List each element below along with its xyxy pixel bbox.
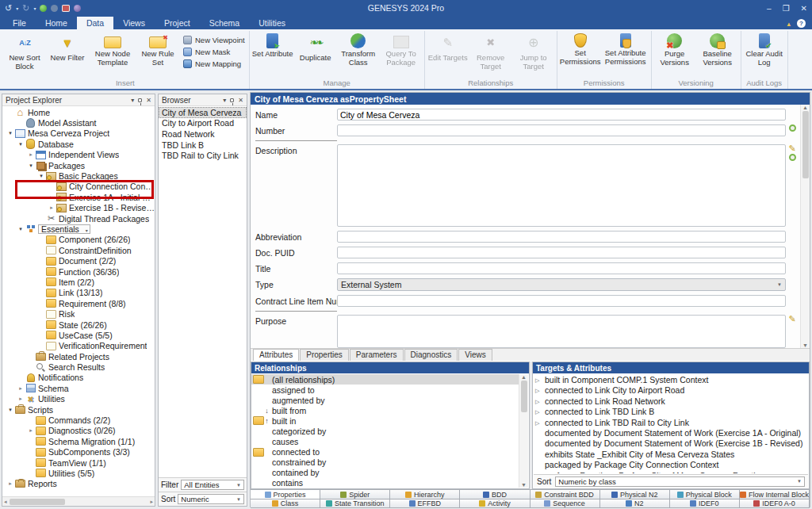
- redo-icon[interactable]: ↻: [22, 4, 29, 13]
- tree-item[interactable]: Home: [2, 107, 155, 117]
- clear-audit-log-button[interactable]: Clear Audit Log: [744, 32, 785, 67]
- target-item[interactable]: connected to Link City to Airport Road: [534, 385, 807, 396]
- relationship-item[interactable]: categorized by: [251, 426, 519, 436]
- set-permissions-button[interactable]: Set Permissions: [560, 32, 601, 66]
- relationship-item[interactable]: (all relationships): [251, 374, 519, 385]
- tree-item[interactable]: Document (2/2): [2, 255, 155, 266]
- tree-item[interactable]: Requirement (8/8): [2, 298, 155, 308]
- panel-menu-icon[interactable]: ▾: [223, 97, 226, 104]
- scrollbar-thumb[interactable]: [802, 111, 809, 178]
- tree-item[interactable]: Link (13/13): [2, 288, 155, 298]
- tree-item[interactable]: Database: [2, 139, 155, 149]
- minimize-button[interactable]: –: [767, 4, 772, 13]
- scroll-down-icon[interactable]: ▼: [521, 482, 527, 488]
- view-tab[interactable]: N2: [600, 499, 670, 508]
- attribute-tab[interactable]: Parameters: [350, 349, 404, 361]
- target-item[interactable]: exhibits State _Exhibit City of Mesa Cer…: [534, 450, 807, 460]
- expander-icon[interactable]: [6, 130, 15, 136]
- expander-icon[interactable]: [6, 407, 15, 413]
- relationship-item[interactable]: contains: [251, 478, 519, 488]
- expander-icon[interactable]: [26, 427, 36, 434]
- view-tab[interactable]: BDD: [460, 489, 530, 499]
- expander-icon[interactable]: [16, 385, 25, 392]
- view-tab[interactable]: Sequence: [530, 499, 600, 508]
- attribute-tab[interactable]: Views: [458, 349, 492, 361]
- number-field[interactable]: [337, 124, 786, 136]
- new-sort-block-button[interactable]: New Sort Block: [4, 32, 45, 71]
- view-tab[interactable]: Physical N2: [600, 489, 670, 499]
- purge-versions-button[interactable]: Purge Versions: [654, 32, 695, 67]
- tree-item[interactable]: ConstraintDefinition: [2, 245, 155, 255]
- undo-dropdown-icon[interactable]: ▾: [16, 6, 18, 11]
- target-item[interactable]: connected to Link Road Network: [534, 396, 807, 407]
- expander-icon[interactable]: [16, 396, 25, 402]
- transform-class-button[interactable]: Transform Class: [338, 32, 379, 67]
- purpose-field[interactable]: [337, 315, 786, 348]
- relationship-item[interactable]: causes: [251, 437, 519, 447]
- target-item[interactable]: built in Component COMP.1 System Context: [534, 375, 807, 385]
- history-icon[interactable]: [789, 154, 796, 161]
- relationship-item[interactable]: built in: [251, 415, 519, 426]
- tree-item[interactable]: Exercise 1B - Revised Pro: [2, 203, 155, 213]
- pin-icon[interactable]: [138, 98, 142, 102]
- set-attribute-permissions-button[interactable]: Set Attribute Permissions: [603, 32, 649, 66]
- ribbon-tab[interactable]: Project: [155, 17, 200, 29]
- expander-icon[interactable]: [26, 151, 36, 158]
- tree-item[interactable]: Schema: [2, 383, 155, 393]
- expander-icon[interactable]: [36, 173, 46, 179]
- name-field[interactable]: [337, 109, 786, 121]
- browser-list-item[interactable]: Road Network: [159, 128, 247, 140]
- vertical-scrollbar[interactable]: ▲ ▼: [800, 105, 810, 348]
- abbreviation-field[interactable]: [337, 231, 786, 243]
- attribute-tab[interactable]: Diagnostics: [404, 349, 458, 361]
- tree-item[interactable]: Utilities (5/5): [2, 468, 155, 478]
- duplicate-button[interactable]: Duplicate: [295, 32, 336, 63]
- clin-field[interactable]: [337, 295, 786, 307]
- tree-item[interactable]: Utilities: [2, 394, 155, 404]
- view-tab[interactable]: Properties: [251, 489, 320, 499]
- new-viewpoint-button[interactable]: New Viewpoint: [183, 34, 245, 45]
- account-icon[interactable]: [74, 5, 81, 12]
- type-select[interactable]: External System▼: [337, 278, 786, 291]
- relationship-item[interactable]: augmented by: [251, 395, 519, 405]
- scroll-right-icon[interactable]: ▸: [150, 499, 153, 505]
- view-tab[interactable]: Class: [251, 499, 320, 508]
- view-tab[interactable]: Physical Block: [670, 489, 740, 499]
- ribbon-tab[interactable]: Schema: [200, 17, 250, 29]
- collapse-ribbon-icon[interactable]: ▴: [787, 20, 791, 28]
- view-tab[interactable]: Activity: [460, 499, 530, 508]
- offline-status-icon[interactable]: [51, 5, 58, 12]
- vertical-scrollbar[interactable]: ▲ ▼: [519, 374, 528, 488]
- view-tab[interactable]: Constraint BDD: [530, 489, 600, 499]
- view-tab[interactable]: IDEF0: [670, 499, 740, 508]
- relationship-item[interactable]: constrained by: [251, 457, 519, 468]
- expander-icon[interactable]: [16, 141, 25, 147]
- new-node-template-button[interactable]: New Node Template: [90, 32, 136, 67]
- browser-list-item[interactable]: TBD Link B: [159, 140, 247, 151]
- tree-item[interactable]: Scripts: [2, 404, 155, 415]
- close-panel-icon[interactable]: ✕: [238, 97, 243, 104]
- description-field[interactable]: [337, 144, 786, 227]
- set-attribute-button[interactable]: Set Attribute: [252, 32, 293, 59]
- tree-item[interactable]: Risk: [2, 308, 155, 319]
- history-icon[interactable]: [789, 124, 796, 132]
- edit-icon[interactable]: ✎: [788, 144, 795, 152]
- tree-item[interactable]: UseCase (5/5): [2, 330, 155, 340]
- tree-item[interactable]: Commands (2/2): [2, 415, 155, 425]
- tree-item[interactable]: Exercise 1A - Initial Prob: [2, 192, 155, 202]
- close-button[interactable]: ✕: [801, 4, 807, 13]
- tree-item[interactable]: VerificationRequirement: [2, 341, 155, 351]
- tree-item[interactable]: Model Assistant: [2, 117, 155, 128]
- tree-item[interactable]: Mesa Cerveza Project: [2, 128, 155, 139]
- expander-icon[interactable]: [47, 194, 56, 201]
- panel-menu-icon[interactable]: ▾: [131, 97, 134, 104]
- undo-icon[interactable]: ↺: [5, 4, 12, 13]
- ribbon-tab[interactable]: Home: [36, 17, 77, 29]
- target-item[interactable]: packaged by Package City Connection Cont…: [534, 460, 807, 470]
- close-panel-icon[interactable]: ✕: [146, 97, 151, 104]
- tree-item[interactable]: Essentials: [2, 224, 155, 234]
- edit-icon[interactable]: ✎: [788, 315, 795, 323]
- browser-list-item[interactable]: City of Mesa Cerveza: [159, 107, 247, 118]
- sort-select[interactable]: Numeric▼: [178, 494, 244, 504]
- targets-sort-select[interactable]: Numeric by class▼: [555, 476, 805, 487]
